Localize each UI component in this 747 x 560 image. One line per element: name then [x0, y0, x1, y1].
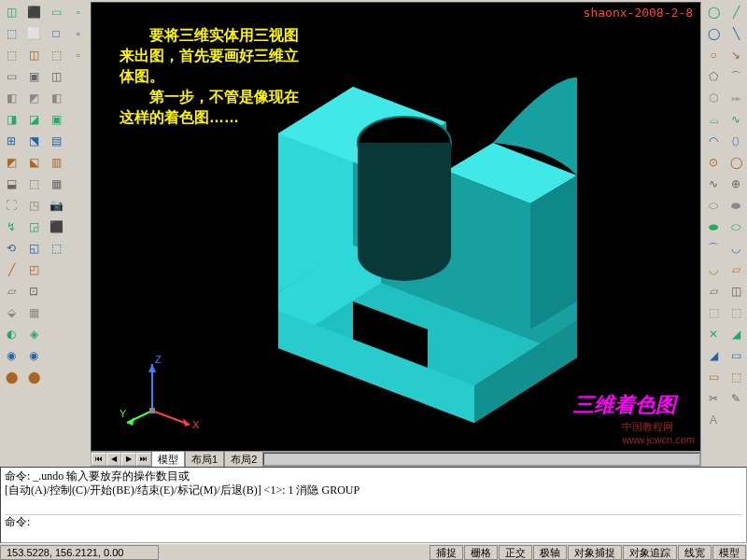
tool-button[interactable]: ⛶	[1, 195, 21, 216]
snap-toggle[interactable]: 捕捉	[430, 545, 463, 560]
tool-button[interactable]: ∿	[726, 109, 746, 130]
tool-button[interactable]: ◫	[46, 66, 66, 87]
tool-button[interactable]: ⊕	[726, 174, 746, 194]
tool-button[interactable]: ✕	[703, 324, 724, 344]
tool-button[interactable]: ⬬	[726, 195, 746, 216]
tool-button[interactable]: ⌒	[726, 66, 746, 87]
tool-button[interactable]: ◢	[703, 345, 724, 366]
tool-button[interactable]: ◯	[703, 23, 724, 44]
lineweight-toggle[interactable]: 线宽	[678, 545, 712, 560]
tool-button[interactable]: ⬚	[46, 45, 66, 65]
tool-button[interactable]: ⬜	[23, 23, 44, 44]
otrack-toggle[interactable]: 对象追踪	[623, 545, 677, 560]
tool-button[interactable]: ⟲	[1, 238, 21, 259]
tool-button[interactable]: ◐	[1, 324, 21, 344]
osnap-toggle[interactable]: 对象捕捉	[568, 545, 622, 560]
tab-first-button[interactable]: ⏮	[92, 453, 106, 466]
tool-button[interactable]: ◫	[726, 281, 746, 301]
tool-button[interactable]: ⬚	[23, 174, 44, 194]
tool-button[interactable]: ▭	[46, 2, 66, 22]
tool-button[interactable]: ⬬	[703, 217, 724, 237]
cmd-input-line[interactable]: 命令:	[5, 515, 742, 529]
command-window[interactable]: 命令: _.undo 输入要放弃的操作数目或 [自动(A)/控制(C)/开始(B…	[0, 467, 747, 543]
tool-button[interactable]: ◠	[703, 131, 724, 151]
tool-button[interactable]: ▥	[46, 152, 66, 173]
tab-layout2[interactable]: 布局2	[224, 451, 263, 469]
polar-toggle[interactable]: 极轴	[533, 545, 567, 560]
tool-button[interactable]: ▤	[46, 131, 66, 151]
tool-button[interactable]: ⬰	[726, 88, 746, 108]
tool-button[interactable]: ⊙	[703, 152, 724, 173]
tool-button[interactable]: ╱	[1, 259, 21, 280]
tool-button[interactable]: ╲	[726, 23, 746, 44]
tool-button[interactable]: ✂	[703, 388, 724, 409]
tool-button[interactable]: ▫	[68, 2, 89, 22]
tool-button[interactable]: ↘	[726, 45, 746, 65]
tool-button[interactable]: ▭	[703, 367, 724, 387]
tool-button[interactable]: ⬛	[23, 2, 44, 22]
tool-button[interactable]: ⊡	[23, 281, 44, 301]
tool-button[interactable]: ◉	[23, 345, 44, 366]
tool-button[interactable]: ⬡	[703, 88, 724, 108]
tool-button[interactable]: ⬭	[703, 195, 724, 216]
tool-button[interactable]: ◲	[23, 217, 44, 237]
tool-button[interactable]: ◩	[1, 152, 21, 173]
tool-button[interactable]: ▭	[1, 66, 21, 87]
tab-layout1[interactable]: 布局1	[185, 451, 224, 469]
tool-button[interactable]: ⬔	[23, 131, 44, 151]
tab-next-button[interactable]: ▶	[121, 453, 136, 466]
tool-button[interactable]: ◳	[23, 195, 44, 216]
tab-last-button[interactable]: ⏭	[136, 453, 151, 466]
tool-button[interactable]: ◪	[23, 109, 44, 130]
tool-button[interactable]: ◧	[46, 88, 66, 108]
grid-toggle[interactable]: 栅格	[464, 545, 498, 560]
model-toggle[interactable]: 模型	[712, 545, 746, 560]
tool-button[interactable]: ○	[703, 45, 724, 65]
tool-button[interactable]: ⬚	[46, 238, 66, 259]
tool-button[interactable]: ⬚	[1, 23, 21, 44]
tool-button[interactable]: ⬠	[703, 66, 724, 87]
tool-button[interactable]: ◡	[726, 238, 746, 259]
tool-button[interactable]: ▱	[703, 281, 724, 301]
tool-button[interactable]: ⬚	[1, 45, 21, 65]
tool-button[interactable]: ▫	[68, 23, 89, 44]
tool-button[interactable]: ⌓	[703, 109, 724, 130]
tool-button[interactable]: ▱	[1, 281, 21, 301]
tab-prev-button[interactable]: ◀	[106, 453, 121, 466]
tool-button[interactable]: ▱	[726, 259, 746, 280]
tool-button[interactable]: ⬕	[23, 152, 44, 173]
tool-button[interactable]: ⬚	[726, 367, 746, 387]
tool-button[interactable]: ◫	[1, 2, 21, 22]
tool-button[interactable]: ◯	[703, 2, 724, 22]
tool-button[interactable]: ⬯	[726, 131, 746, 151]
drawing-viewport[interactable]: shaonx-2008-2-8 要将三维实体用三视图来出图，首先要画好三维立体图…	[91, 2, 701, 452]
tool-button[interactable]: ▦	[46, 174, 66, 194]
tool-button[interactable]: A	[703, 410, 724, 430]
tool-button[interactable]: ◯	[726, 152, 746, 173]
tool-button[interactable]: ⬭	[726, 217, 746, 237]
ortho-toggle[interactable]: 正交	[499, 545, 532, 560]
tool-button[interactable]: ◉	[1, 345, 21, 366]
tab-model[interactable]: 模型	[151, 451, 185, 469]
tool-button[interactable]: ╱	[726, 2, 746, 22]
tool-button[interactable]: ◡	[703, 259, 724, 280]
tool-button[interactable]: ⌒	[703, 238, 724, 259]
tool-button[interactable]: ◢	[726, 324, 746, 344]
tool-button[interactable]: ▦	[23, 302, 44, 323]
tool-button[interactable]: ⬤	[1, 367, 21, 387]
tool-button[interactable]: ▣	[23, 66, 44, 87]
tool-button[interactable]: ◱	[23, 238, 44, 259]
tool-button[interactable]: ↯	[1, 217, 21, 237]
tool-button[interactable]: ◫	[23, 45, 44, 65]
tool-button[interactable]: ⬚	[726, 302, 746, 323]
tool-button[interactable]: ◨	[1, 109, 21, 130]
h-scrollbar[interactable]	[263, 453, 700, 466]
tool-button[interactable]: ⊞	[1, 131, 21, 151]
tool-button[interactable]: ⬛	[46, 217, 66, 237]
tool-button[interactable]: □	[46, 23, 66, 44]
tool-button[interactable]: ◰	[23, 259, 44, 280]
tool-button[interactable]: ◈	[23, 324, 44, 344]
tool-button[interactable]: ⬤	[23, 367, 44, 387]
tool-button[interactable]: ▫	[68, 45, 89, 65]
tool-button[interactable]: ◧	[1, 88, 21, 108]
